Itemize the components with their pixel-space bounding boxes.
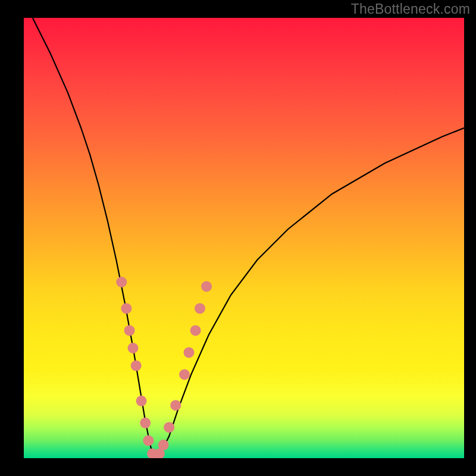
marker-dot: [195, 303, 205, 314]
watermark-label: TheBottleneck.com: [351, 1, 470, 17]
marker-dot: [128, 343, 139, 353]
marker-dot: [136, 396, 147, 406]
marker-layer: [24, 18, 464, 458]
marker-dot: [184, 347, 195, 358]
marker-dot: [143, 435, 154, 446]
marker-dot: [131, 361, 142, 371]
marker-dot: [121, 303, 131, 314]
marker-dot: [164, 422, 174, 433]
marker-dot: [201, 281, 212, 292]
chart-container: TheBottleneck.com: [0, 0, 476, 476]
marker-dot: [140, 418, 151, 428]
marker-dot: [116, 277, 127, 287]
marker-dot: [124, 325, 135, 336]
marker-group: [116, 277, 212, 458]
marker-dot: [190, 325, 201, 336]
marker-dot: [179, 369, 190, 380]
marker-dot: [170, 400, 181, 411]
plot-background: [24, 18, 464, 458]
marker-dot: [158, 440, 169, 450]
